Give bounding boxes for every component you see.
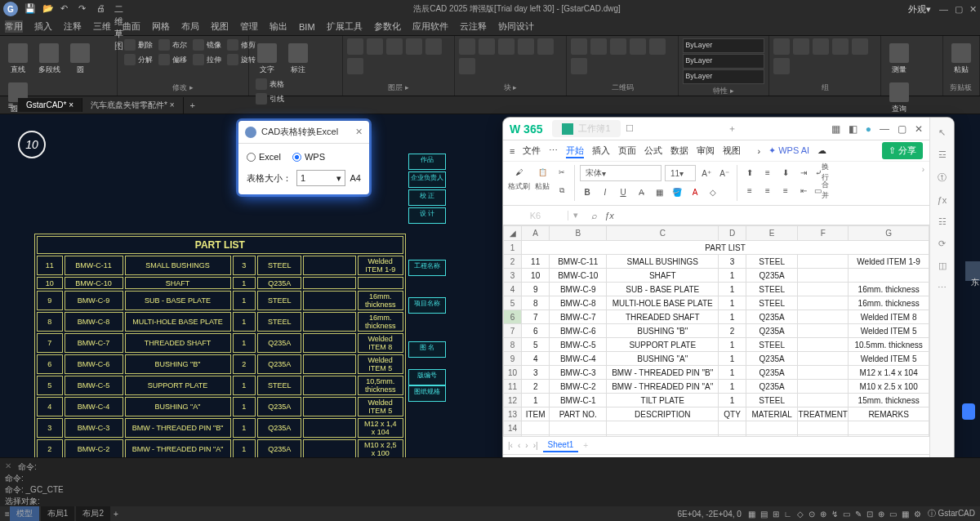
name-box-dropdown-icon[interactable]: ▾ [568, 210, 583, 220]
cell[interactable]: Q235A [746, 324, 797, 338]
doc-tab-2[interactable]: 汽车底盘夹钳零配件* × [82, 97, 184, 114]
wps-doc-tab[interactable]: 工作簿1 [552, 120, 620, 137]
cell[interactable] [719, 421, 746, 435]
wps-menu-file[interactable]: 文件 [523, 145, 541, 157]
cell[interactable]: SHAFT [607, 269, 719, 283]
ribbon-icon-button[interactable] [571, 58, 587, 74]
cell[interactable] [798, 255, 849, 269]
toolbar-overflow-icon[interactable]: › [922, 165, 924, 174]
cell[interactable]: BMW-C-9 [550, 283, 607, 296]
merged-title-cell[interactable]: PART LIST [522, 241, 929, 255]
cell[interactable]: 7 [522, 310, 550, 324]
wps-menu-item[interactable]: 开始 [566, 145, 584, 158]
ribbon-tab[interactable]: 三维 [93, 20, 111, 33]
ribbon-tab[interactable]: 视图 [211, 20, 229, 33]
name-box[interactable]: K6 [503, 211, 568, 220]
ribbon-button[interactable]: 直线 [3, 38, 33, 75]
cell[interactable]: Q235A [746, 352, 797, 366]
cell[interactable]: BMW-C-7 [550, 310, 607, 324]
ribbon-button[interactable]: 圆 [65, 38, 95, 75]
cell[interactable] [746, 421, 797, 435]
row-header[interactable]: 13 [504, 407, 522, 421]
cad-table-row[interactable]: 11BMW-C-11SMALL BUSHINGS3STEELWelded ITE… [37, 256, 403, 275]
cell[interactable]: REMARKS [849, 407, 929, 421]
side-more-icon[interactable]: ⋯ [938, 283, 947, 293]
cmd-close-icon[interactable]: ✕ [5, 461, 18, 470]
cell[interactable]: BMW-C-11 [550, 255, 607, 269]
cell[interactable]: STEEL [746, 338, 797, 352]
cell[interactable]: 1 [522, 394, 550, 407]
appearance-dropdown[interactable]: 外观▾ [908, 3, 931, 16]
align-center-icon[interactable]: ≡ [760, 183, 775, 198]
wps-bookmark-icon[interactable]: ☐ [626, 123, 634, 134]
ribbon-tab[interactable]: 应用软件 [412, 20, 448, 33]
table-size-combo[interactable]: 1▾ [296, 170, 345, 186]
cell[interactable]: STEEL [746, 255, 797, 269]
cell[interactable]: DESCRIPTION [607, 407, 719, 421]
undo-icon[interactable]: ↶ [60, 3, 72, 15]
align-mid-icon[interactable]: ≡ [760, 165, 775, 180]
ribbon-icon-button[interactable] [610, 38, 626, 55]
row-header[interactable]: 4 [504, 283, 522, 296]
ribbon-button[interactable]: 标注 [283, 38, 313, 75]
wps-menu-item[interactable]: 公式 [644, 145, 662, 155]
ribbon-small-button[interactable]: 镜像 [189, 38, 224, 52]
ribbon-icon-button[interactable] [852, 38, 868, 55]
ribbon-tab[interactable]: 协同设计 [498, 20, 534, 33]
drawing-canvas[interactable]: 10 CAD表格转换Excel ✕ Excel WPS 表格大小： 1▾ A4 [0, 114, 980, 457]
wrap-text-button[interactable]: ⤶换行 [814, 165, 829, 180]
row-header[interactable]: 3 [504, 269, 522, 283]
ribbon-small-button[interactable]: 引线 [252, 91, 287, 106]
wps-new-tab[interactable]: ＋ [728, 122, 737, 135]
new-doc-tab[interactable]: + [184, 100, 202, 110]
cell[interactable]: 15mm. thickness [849, 394, 929, 407]
formula-input[interactable] [622, 209, 929, 221]
cell[interactable]: BMW-C-8 [550, 296, 607, 310]
cell[interactable]: TILT PLATE [607, 394, 719, 407]
cell[interactable]: 3 [719, 255, 746, 269]
cell[interactable]: MULTI-HOLE BASE PLATE [607, 296, 719, 310]
ribbon-icon-button[interactable] [425, 38, 442, 55]
bold-icon[interactable]: B [580, 185, 595, 199]
table-row[interactable]: 13ITEMPART NO.DESCRIPTIONQTYMATERIALTREA… [504, 407, 929, 421]
property-combo[interactable]: ByLayer [683, 38, 764, 53]
wps-menu-overflow-icon[interactable]: › [757, 146, 760, 156]
cell[interactable]: Q235A [746, 380, 797, 394]
cell[interactable] [798, 310, 849, 324]
cell[interactable]: 1 [719, 283, 746, 296]
ribbon-small-button[interactable]: 分解 [121, 52, 155, 67]
east-side-tab[interactable]: 东 [965, 261, 980, 281]
cad-table-row[interactable]: 3BMW-C-3BMW - THREADED PIN "B"1Q235AM12 … [37, 418, 403, 438]
ribbon-icon-button[interactable] [347, 38, 363, 55]
cell[interactable] [607, 421, 719, 435]
ribbon-icon-button[interactable] [459, 58, 475, 74]
ribbon-icon-button[interactable] [406, 38, 422, 55]
align-bot-icon[interactable]: ⬇ [778, 165, 793, 180]
increase-font-icon[interactable]: A⁺ [699, 166, 714, 180]
ribbon-icon-button[interactable] [498, 38, 514, 55]
dialog-close-icon[interactable]: ✕ [355, 127, 363, 137]
ribbon-tab[interactable]: 网格 [152, 20, 170, 33]
table-row[interactable]: 94BMW-C-4BUSHING "A"1Q235AWelded ITEM 5 [504, 352, 929, 366]
wps-close-icon[interactable]: ✕ [915, 123, 923, 135]
cell[interactable] [798, 366, 849, 380]
cell[interactable]: BUSHING "B" [607, 324, 719, 338]
column-header[interactable]: G [849, 226, 929, 241]
cell[interactable]: PART NO. [550, 407, 607, 421]
cell[interactable] [798, 394, 849, 407]
ribbon-icon-button[interactable] [479, 38, 495, 55]
side-fx-icon[interactable]: ƒx [938, 195, 947, 205]
wps-cube-icon[interactable]: ◧ [849, 123, 858, 135]
cell[interactable]: STEEL [746, 296, 797, 310]
row-header[interactable]: 8 [504, 338, 522, 352]
tab-close-icon[interactable]: × [170, 100, 175, 109]
drawing-workspace[interactable]: 10 CAD表格转换Excel ✕ Excel WPS 表格大小： 1▾ A4 [0, 114, 980, 457]
font-size-combo[interactable]: 11 ▾ [665, 165, 696, 181]
layout-tab[interactable]: 模型 [10, 506, 39, 521]
ribbon-button[interactable]: 查询 [884, 77, 914, 114]
cell[interactable]: 1 [719, 269, 746, 283]
side-tools-icon[interactable]: ◫ [938, 260, 947, 271]
wps-menu-item[interactable]: 页面 [618, 145, 636, 155]
cell[interactable]: TREATMENT [798, 407, 849, 421]
cell[interactable]: Q235A [746, 269, 797, 283]
